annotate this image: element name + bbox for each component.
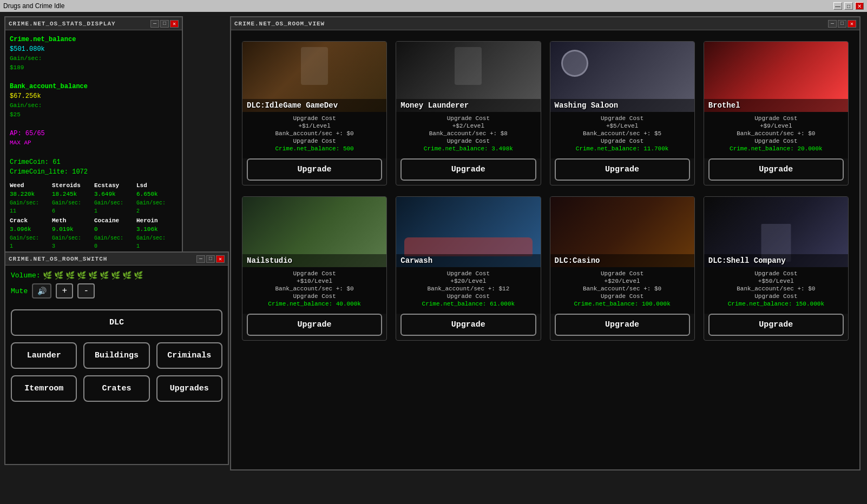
room-upgrade-cost-label-carwash: Upgrade Cost [400,293,536,300]
room-level-val-washingsaloon: +$5/Level [555,123,690,129]
upgrade-btn-shellcompany[interactable]: Upgrade [708,314,844,336]
roomview-title: CRIME.NET_OS_ROOM_VIEW [234,21,827,27]
drug-cell-ecstasy: Ecstasy 3.649k Gain/sec: 1 [94,181,135,215]
crime-net-gain-value: $189 [10,63,178,72]
stats-minimize-btn[interactable]: — [150,20,159,28]
upgrade-btn-washingsaloon[interactable]: Upgrade [555,158,690,181]
room-cost-dlccasino: Crime.net_balance: 100.000k [555,301,690,307]
crime-net-gain-label: Gain/sec: [10,54,178,63]
leaf-7: 🌿 [111,271,120,280]
nav-btn-buildings[interactable]: Buildings [83,342,149,369]
nav-btn-launder[interactable]: Launder [11,342,77,369]
leaf-2: 🌿 [54,271,63,280]
mute-label: Mute [11,287,28,295]
room-info-moneylauncher: Upgrade Cost +$2/Level Bank_account/sec … [396,112,540,158]
roomswitch-window: CRIME.NET_OS_ROOM_SWITCH — □ ✕ Volume: 🌿… [4,251,229,465]
room-level-val-moneylauncher: +$2/Level [400,123,536,129]
stats-content: Crime.net_balance $501.080k Gain/sec: $1… [5,30,182,255]
roomswitch-maximize-btn[interactable]: □ [206,255,215,263]
mute-row: Mute 🔊 + - [11,283,222,299]
roomview-maximize-btn[interactable]: □ [838,20,846,28]
nav-btn-dlc[interactable]: DLC [11,309,222,336]
roomswitch-content: Volume: 🌿 🌿 🌿 🌿 🌿 🌿 🌿 🌿 🌿 Mute 🔊 + - DLC… [5,266,228,407]
stats-titlebar: CRIME.NET_OS_STATS_DISPLAY — □ ✕ [5,17,182,30]
drug-cell-heroin: Heroin 3.106k Gain/sec: 1 [136,216,178,250]
room-cost-washingsaloon: Crime.net_balance: 11.700k [555,145,690,152]
roomswitch-titlebar: CRIME.NET_OS_ROOM_SWITCH — □ ✕ [5,253,228,266]
room-cost-moneylauncher: Crime.net_balance: 3.498k [400,145,536,152]
drug-grid: Weed 38.220k Gain/sec: 11 Steroids 18.24… [10,181,178,250]
room-upgrade-cost-label-washingsaloon: Upgrade Cost [555,138,690,144]
crimecoin-lite-label: CrimeCoin_lite: 1072 [10,167,178,177]
room-upgrade-cost-label-moneylauncher: Upgrade Cost [400,138,536,144]
vol-down-button[interactable]: - [77,283,95,299]
ap-label: AP: 65/65 [10,129,178,138]
stats-close-btn[interactable]: ✕ [170,20,179,28]
room-name-moneylauncher: Money Launderer [400,101,536,110]
bank-gain-value: $25 [10,110,178,120]
room-name-washingsaloon: Washing Saloon [555,101,690,110]
room-info-nailstudio: Upgrade Cost +$10/Level Bank_account/sec… [242,267,386,314]
room-level-val-dlcidlegame: +$1/Level [247,123,382,129]
stats-maximize-btn[interactable]: □ [160,20,169,28]
room-level-moneylauncher: Upgrade Cost [400,115,536,122]
room-card-carwash: Carwash Upgrade Cost +$20/Level Bank_acc… [396,196,541,341]
crimecoin-label: CrimeCoin: 61 [10,157,178,167]
vol-up-button[interactable]: + [56,283,73,299]
room-card-dlccasino: DLC:Casino Upgrade Cost +$20/Level Bank_… [550,196,695,341]
room-bank-washingsaloon: Bank_account/sec +: $5 [555,130,690,137]
room-info-washingsaloon: Upgrade Cost +$5/Level Bank_account/sec … [550,112,694,158]
room-level-nailstudio: Upgrade Cost [247,270,382,277]
bank-balance-value: $67.256k [10,91,178,101]
room-info-dlcidlegame: Upgrade Cost +$1/Level Bank_account/sec … [242,112,386,158]
upgrade-btn-moneylauncher[interactable]: Upgrade [400,158,536,181]
drug-cell-weed: Weed 38.220k Gain/sec: 11 [10,181,51,215]
room-card-moneylauncher: Money Launderer Upgrade Cost +$2/Level B… [396,41,541,185]
room-bank-brothel: Bank_account/sec +: $0 [708,130,844,137]
roomview-minimize-btn[interactable]: — [828,20,837,28]
room-name-carwash: Carwash [400,256,536,265]
room-info-dlccasino: Upgrade Cost +$20/Level Bank_account/sec… [550,267,694,314]
room-level-washingsaloon: Upgrade Cost [555,115,690,122]
app-minimize-btn[interactable]: — [833,2,842,10]
room-level-dlccasino: Upgrade Cost [555,270,690,277]
volume-row: Volume: 🌿 🌿 🌿 🌿 🌿 🌿 🌿 🌿 🌿 [11,271,222,280]
upgrade-btn-carwash[interactable]: Upgrade [400,314,536,336]
nav-btn-criminals[interactable]: Criminals [156,342,222,369]
app-maximize-btn[interactable]: □ [844,2,853,10]
roomswitch-minimize-btn[interactable]: — [196,255,205,263]
room-upgrade-cost-label-dlcidlegame: Upgrade Cost [247,138,382,144]
stats-title: CRIME.NET_OS_STATS_DISPLAY [9,21,149,27]
room-cost-brothel: Crime.net_balance: 20.000k [708,145,844,152]
room-name-dlccasino: DLC:Casino [555,256,690,265]
room-bank-moneylauncher: Bank_account/sec +: $8 [400,130,536,137]
nav-btn-itemroom[interactable]: Itemroom [11,375,77,402]
room-upgrade-cost-label-shellcompany: Upgrade Cost [708,293,844,300]
room-level-val-brothel: +$9/Level [708,123,844,129]
room-upgrade-cost-label-nailstudio: Upgrade Cost [247,293,382,300]
roomswitch-close-btn[interactable]: ✕ [216,255,225,263]
leaf-4: 🌿 [77,271,86,280]
roomview-close-btn[interactable]: ✕ [848,20,856,28]
room-level-dlcidlegame: Upgrade Cost [247,115,382,122]
room-name-brothel: Brothel [708,101,844,110]
bank-gain-label: Gain/sec: [10,101,178,110]
ap-max-label: MAX AP [10,138,178,148]
roomview-window: CRIME.NET_OS_ROOM_VIEW — □ ✕ DLC:IdleGam… [230,16,861,470]
volume-label: Volume: [11,271,41,280]
upgrade-btn-dlccasino[interactable]: Upgrade [555,314,690,336]
upgrade-btn-dlcidlegame[interactable]: Upgrade [247,158,382,181]
room-upgrade-cost-label-dlccasino: Upgrade Cost [555,293,690,300]
nav-grid: DLCLaunderBuildingsCriminalsItemroomCrat… [11,309,222,402]
room-cost-carwash: Crime.net_balance: 61.000k [400,301,536,307]
app-close-btn[interactable]: ✕ [855,2,864,10]
roomview-titlebar: CRIME.NET_OS_ROOM_VIEW — □ ✕ [231,17,859,30]
upgrade-btn-nailstudio[interactable]: Upgrade [247,314,382,336]
room-card-nailstudio: Nailstudio Upgrade Cost +$10/Level Bank_… [242,196,387,341]
room-level-brothel: Upgrade Cost [708,115,844,122]
nav-btn-upgrades[interactable]: Upgrades [156,375,222,402]
mute-button[interactable]: 🔊 [32,283,51,299]
upgrade-btn-brothel[interactable]: Upgrade [708,158,844,181]
nav-btn-crates[interactable]: Crates [83,375,149,402]
room-bank-dlcidlegame: Bank_account/sec +: $0 [247,130,382,137]
